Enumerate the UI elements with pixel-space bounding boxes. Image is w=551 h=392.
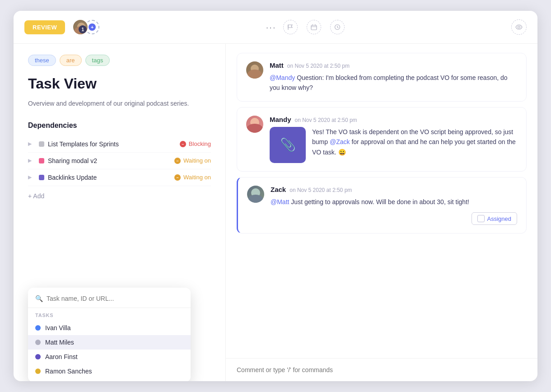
comments-area: Matt on Nov 5 2020 at 2:50 pm @Mandy Que…	[226, 44, 537, 358]
dep-color-dot	[39, 141, 44, 147]
dropdown-item-name: Ivan Villa	[45, 324, 71, 331]
svg-rect-1	[311, 25, 317, 30]
comment-time: on Nov 5 2020 at 2:50 pm	[290, 187, 352, 193]
task-search-input[interactable]	[47, 295, 183, 302]
dependency-item: ▶ Sharing modal v2 – Waiting on	[28, 153, 211, 169]
assigned-button[interactable]: Assigned	[472, 212, 517, 225]
dep-color-dot	[39, 158, 44, 163]
waiting-icon: –	[174, 158, 181, 164]
blocking-label: Blocking	[189, 140, 211, 147]
comment-body-text: Question: I'm blocked from completing th…	[270, 74, 508, 91]
comment-text: @Matt Just getting to approvals now. Wil…	[271, 197, 517, 207]
blocking-icon: –	[180, 141, 186, 147]
dropdown-item-name: Ramon Sanches	[45, 368, 92, 375]
assigned-label: Assigned	[487, 215, 511, 222]
avatar-wrapper: 1	[72, 19, 89, 35]
dep-name[interactable]: Backlinks Update	[48, 174, 171, 181]
review-badge: REVIEW	[24, 20, 65, 34]
eye-icon-button[interactable]	[511, 19, 527, 35]
dep-status-blocking: – Blocking	[180, 140, 211, 147]
dropdown-item-matt[interactable]: Matt Miles	[28, 335, 191, 350]
flag-icon-button[interactable]	[283, 20, 298, 34]
dropdown-item-ramon[interactable]: Ramon Sanches	[28, 364, 191, 378]
paperclip-icon: 📎	[280, 137, 296, 152]
search-icon: 🔍	[35, 295, 43, 302]
comment-body-text: Just getting to approvals now. Will be d…	[291, 198, 469, 205]
comment-card-zack: Zack on Nov 5 2020 at 2:50 pm @Matt Just…	[237, 177, 527, 233]
tag-these[interactable]: these	[28, 55, 56, 66]
svg-point-6	[518, 26, 520, 28]
clock-icon-button[interactable]	[330, 20, 345, 34]
calendar-icon-button[interactable]	[307, 20, 321, 34]
add-dependency-button[interactable]: + Add	[28, 192, 211, 200]
mention-zack: @Zack	[330, 138, 350, 145]
dropdown-item-ivan[interactable]: Ivan Villa	[28, 321, 191, 335]
attachment-thumbnail[interactable]: 📎	[270, 127, 306, 163]
dependency-item: ▶ Backlinks Update – Waiting on	[28, 169, 211, 186]
comment-text: Yes! The VO task is dependent on the VO …	[312, 127, 517, 163]
tasks-section-label: TASKS	[28, 308, 191, 321]
dependencies-list: ▶ List Templates for Sprints – Blocking …	[28, 136, 211, 186]
chevron-right-icon: ▶	[28, 141, 35, 147]
dropdown-item-name: Aaron Finst	[45, 353, 78, 360]
dropdown-item-aaron[interactable]: Aaron Finst	[28, 350, 191, 364]
item-dot	[35, 354, 41, 359]
item-dot	[35, 325, 41, 331]
left-panel: these are tags Task View Overview and de…	[14, 44, 226, 381]
comment-header: Mandy on Nov 5 2020 at 2:50 pm	[270, 116, 517, 123]
dependency-search-dropdown: 🔍 TASKS Ivan Villa Matt Miles Aaron Fins…	[28, 288, 191, 381]
comment-card-mandy: Mandy on Nov 5 2020 at 2:50 pm 📎 Yes! Th…	[237, 107, 527, 172]
mandy-content: 📎 Yes! The VO task is dependent on the V…	[270, 127, 517, 163]
avatar-zack	[247, 186, 264, 203]
comment-body: Matt on Nov 5 2020 at 2:50 pm @Mandy Que…	[270, 61, 517, 93]
dropdown-search-area: 🔍	[28, 293, 191, 308]
task-title: Task View	[28, 75, 211, 92]
avatar-matt	[246, 61, 263, 79]
dependencies-section-title: Dependencies	[28, 121, 211, 130]
dep-status-waiting: – Waiting on	[174, 174, 211, 181]
more-options-button[interactable]: ···	[266, 22, 276, 33]
comment-time: on Nov 5 2020 at 2:50 pm	[287, 63, 350, 69]
comment-input-area	[226, 358, 537, 381]
mention-mandy: @Mandy	[270, 74, 295, 81]
task-description: Overview and development of our original…	[28, 98, 211, 108]
waiting-label: Waiting on	[183, 174, 211, 181]
comment-author: Mandy	[270, 116, 291, 123]
plus-icon: +	[89, 23, 96, 31]
dependency-item: ▶ List Templates for Sprints – Blocking	[28, 136, 211, 153]
dep-color-dot	[39, 175, 44, 180]
avatar-mandy	[246, 116, 263, 133]
comment-input[interactable]	[237, 366, 527, 373]
item-dot	[35, 340, 41, 345]
mention-matt: @Matt	[271, 198, 289, 205]
comment-body: Mandy on Nov 5 2020 at 2:50 pm 📎 Yes! Th…	[270, 116, 517, 163]
comment-text: @Mandy Question: I'm blocked from comple…	[270, 73, 517, 93]
comment-author: Zack	[271, 186, 286, 193]
waiting-label: Waiting on	[183, 157, 211, 164]
dropdown-item-name: Matt Miles	[45, 339, 74, 346]
comment-body: Zack on Nov 5 2020 at 2:50 pm @Matt Just…	[271, 186, 517, 225]
comment-footer: Assigned	[271, 212, 517, 225]
dep-name[interactable]: Sharing modal v2	[48, 157, 171, 164]
comment-card-matt: Matt on Nov 5 2020 at 2:50 pm @Mandy Que…	[237, 53, 527, 102]
comment-time: on Nov 5 2020 at 2:50 pm	[295, 117, 357, 123]
right-panel: Matt on Nov 5 2020 at 2:50 pm @Mandy Que…	[226, 44, 537, 381]
dep-status-waiting: – Waiting on	[174, 157, 211, 164]
tag-tags[interactable]: tags	[85, 55, 110, 66]
chevron-right-icon: ▶	[28, 174, 35, 180]
avatar-group: 1 +	[72, 19, 99, 35]
main-layout: these are tags Task View Overview and de…	[14, 44, 537, 381]
header-icons-group	[283, 20, 345, 34]
comment-header: Zack on Nov 5 2020 at 2:50 pm	[271, 186, 517, 193]
item-dot	[35, 369, 41, 374]
comment-header: Matt on Nov 5 2020 at 2:50 pm	[270, 61, 517, 69]
tags-row: these are tags	[28, 55, 211, 66]
comment-author: Matt	[270, 61, 284, 69]
assigned-checkbox[interactable]	[477, 215, 485, 222]
dep-name[interactable]: List Templates for Sprints	[48, 140, 176, 148]
tag-are[interactable]: are	[60, 55, 82, 66]
chevron-right-icon: ▶	[28, 158, 35, 163]
header: REVIEW 1 + ···	[14, 11, 537, 44]
waiting-icon: –	[174, 174, 181, 181]
